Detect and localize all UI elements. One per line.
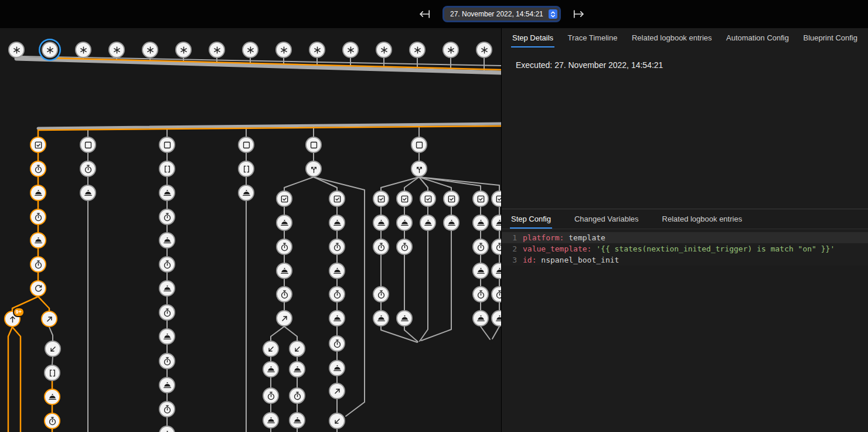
next-trace-button[interactable] <box>572 7 586 21</box>
node-dome[interactable] <box>472 310 489 326</box>
node-asterisk[interactable] <box>242 42 258 58</box>
node-square[interactable] <box>411 137 427 153</box>
node-dome[interactable] <box>159 280 175 297</box>
node-timer[interactable] <box>159 209 175 225</box>
node-timer[interactable] <box>396 239 413 255</box>
node-timer[interactable] <box>30 256 46 273</box>
node-dome[interactable] <box>263 412 279 428</box>
node-dome[interactable] <box>472 263 489 279</box>
node-square[interactable] <box>305 137 322 153</box>
node-checkbox[interactable] <box>472 191 489 207</box>
node-timer[interactable] <box>472 239 489 255</box>
trace-timestamp-select[interactable]: 27. November 2022, 14:54:21 <box>444 8 559 21</box>
node-dome[interactable] <box>491 215 501 231</box>
node-dome[interactable] <box>263 361 279 377</box>
node-dome[interactable] <box>329 310 345 326</box>
node-square[interactable] <box>238 137 254 153</box>
node-timer[interactable] <box>329 239 345 255</box>
node-timer[interactable] <box>373 239 389 255</box>
node-checkbox[interactable] <box>329 191 345 207</box>
node-asterisk[interactable] <box>442 42 459 58</box>
node-dome[interactable] <box>329 215 345 231</box>
node-dome[interactable] <box>396 215 413 231</box>
node-arrow-up-right[interactable] <box>276 310 292 326</box>
node-checkbox[interactable] <box>491 191 501 207</box>
node-timer[interactable] <box>491 286 501 302</box>
node-arrow-down-left[interactable] <box>45 341 61 357</box>
node-dome[interactable] <box>491 310 501 326</box>
node-asterisk[interactable] <box>75 42 91 58</box>
tab-trace-timeline[interactable]: Trace Timeline <box>567 29 619 47</box>
previous-trace-button[interactable] <box>417 7 431 21</box>
node-brackets[interactable] <box>238 161 254 177</box>
node-dome[interactable] <box>159 232 175 249</box>
tab-step-details[interactable]: Step Details <box>511 29 554 47</box>
node-asterisk[interactable] <box>142 42 158 58</box>
node-choose[interactable] <box>305 161 322 177</box>
node-arrow-down-left[interactable] <box>289 341 305 357</box>
node-dome[interactable] <box>44 389 60 405</box>
node-checkbox[interactable] <box>420 191 436 207</box>
node-timer[interactable] <box>276 239 292 255</box>
node-checkbox[interactable] <box>443 191 459 207</box>
node-dome[interactable] <box>289 361 305 377</box>
node-asterisk[interactable] <box>8 42 25 58</box>
node-dome[interactable] <box>30 232 46 249</box>
node-choose[interactable] <box>411 161 427 177</box>
tab-blueprint-config[interactable]: Blueprint Config <box>802 29 859 47</box>
node-dome[interactable] <box>373 215 389 231</box>
node-asterisk[interactable] <box>376 42 392 58</box>
node-timer[interactable] <box>159 256 175 273</box>
node-checkbox[interactable] <box>373 191 389 207</box>
node-dome[interactable] <box>159 185 175 201</box>
node-dome[interactable] <box>276 263 292 279</box>
node-arrow-down-left[interactable] <box>329 413 345 429</box>
node-arrow-up-right[interactable] <box>41 311 57 327</box>
node-dome[interactable] <box>159 328 175 345</box>
tab-related-logbook-entries-2[interactable]: Related logbook entries <box>661 210 744 229</box>
node-timer[interactable] <box>289 387 305 404</box>
node-brackets[interactable] <box>44 365 60 381</box>
node-timer[interactable] <box>80 161 96 177</box>
node-asterisk[interactable] <box>476 42 492 58</box>
node-dome[interactable] <box>159 377 175 393</box>
node-dome[interactable] <box>420 215 436 231</box>
tab-changed-variables[interactable]: Changed Variables <box>573 210 640 229</box>
node-asterisk[interactable] <box>409 42 426 58</box>
tab-step-config[interactable]: Step Config <box>510 210 552 229</box>
node-refresh[interactable] <box>30 280 46 297</box>
node-dome[interactable] <box>238 185 254 201</box>
node-dome[interactable] <box>396 310 413 326</box>
node-square[interactable] <box>159 137 175 153</box>
tab-related-logbook-entries[interactable]: Related logbook entries <box>631 29 713 47</box>
node-dome[interactable] <box>491 263 501 279</box>
node-timer[interactable] <box>44 413 60 429</box>
node-timer[interactable] <box>159 353 175 369</box>
node-asterisk[interactable] <box>309 42 325 58</box>
node-dome[interactable] <box>159 426 175 432</box>
node-dome[interactable] <box>329 263 345 279</box>
node-timer[interactable] <box>491 239 501 255</box>
node-checkbox[interactable] <box>30 137 46 153</box>
node-timer[interactable] <box>276 286 292 302</box>
node-asterisk[interactable] <box>342 42 359 58</box>
node-timer[interactable] <box>472 286 489 302</box>
node-brackets[interactable] <box>159 161 175 177</box>
node-timer[interactable] <box>329 286 345 302</box>
node-square[interactable] <box>80 137 96 153</box>
node-arrow-down-left[interactable] <box>263 341 279 357</box>
node-timer[interactable] <box>329 335 345 352</box>
node-timer[interactable] <box>263 387 279 404</box>
node-asterisk[interactable] <box>42 42 58 58</box>
node-dome[interactable] <box>373 310 389 326</box>
node-arrow-up[interactable]: 9+ <box>4 311 21 327</box>
tab-automation-config[interactable]: Automation Config <box>725 29 790 47</box>
node-checkbox[interactable] <box>276 191 292 207</box>
node-asterisk[interactable] <box>275 42 292 58</box>
node-asterisk[interactable] <box>108 42 125 58</box>
node-asterisk[interactable] <box>209 42 225 58</box>
node-dome[interactable] <box>472 215 489 231</box>
node-timer[interactable] <box>159 304 175 321</box>
node-checkbox[interactable] <box>396 191 413 207</box>
node-asterisk[interactable] <box>175 42 192 58</box>
